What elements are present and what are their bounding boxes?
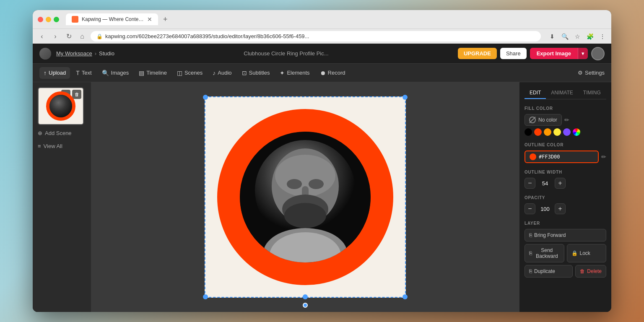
maximize-button[interactable]: [54, 17, 59, 22]
forward-button[interactable]: ›: [49, 31, 61, 42]
opacity-stepper: − 100 +: [525, 203, 606, 214]
audio-button[interactable]: ♪ Audio: [208, 67, 236, 79]
close-button[interactable]: [38, 17, 43, 22]
text-button[interactable]: T Text: [72, 67, 96, 79]
lock-label: Lock: [580, 250, 590, 256]
home-button[interactable]: ⌂: [76, 31, 88, 42]
opacity-label: OPACITY: [525, 195, 606, 200]
more-icon[interactable]: ⋮: [597, 31, 608, 42]
record-icon: ⏺: [320, 70, 326, 76]
bring-forward-button[interactable]: ⎘ Bring Forward: [525, 229, 606, 242]
swatch-orange[interactable]: [544, 128, 551, 136]
breadcrumb-separator: ›: [95, 50, 96, 57]
workspace-logo: [39, 48, 51, 60]
scene-thumbnail[interactable]: ⎘ 🗑: [38, 87, 84, 125]
swatch-rainbow[interactable]: [573, 128, 580, 136]
elements-button[interactable]: ✦ Elements: [275, 67, 314, 79]
fill-color-pencil-icon[interactable]: ✏: [564, 117, 569, 123]
tab-edit[interactable]: EDIT: [525, 87, 546, 99]
audio-label: Audio: [218, 70, 231, 76]
chrome-bar: Kapwing — Where Content Cre... ✕ +: [33, 10, 611, 29]
opacity-minus-button[interactable]: −: [525, 203, 535, 214]
images-label: Images: [111, 70, 129, 76]
minimize-button[interactable]: [46, 17, 51, 22]
upload-button[interactable]: ↑ Upload: [39, 67, 70, 79]
export-image-button[interactable]: Export Image: [530, 48, 578, 59]
user-avatar[interactable]: [591, 47, 605, 60]
upload-label: Upload: [49, 70, 66, 76]
subtitles-label: Subtitles: [249, 70, 270, 76]
profile-outer-ring: [217, 109, 393, 285]
opacity-section: OPACITY − 100 +: [525, 195, 606, 214]
no-color-button[interactable]: No color: [525, 114, 562, 126]
settings-button[interactable]: ⚙ Settings: [578, 70, 605, 76]
traffic-lights: [38, 17, 59, 22]
bring-forward-icon: ⎘: [529, 232, 532, 238]
outline-color-row: #FF3D00 ✏: [525, 151, 606, 163]
active-tab[interactable]: Kapwing — Where Content Cre... ✕: [66, 13, 158, 25]
send-backward-label: Send Backward: [534, 247, 560, 259]
outline-width-stepper: − 54 +: [525, 178, 606, 189]
add-scene-button[interactable]: ⊕ Add Scene: [38, 128, 86, 138]
outline-pencil-icon[interactable]: ✏: [601, 153, 606, 160]
upgrade-button[interactable]: UPGRADE: [458, 48, 497, 59]
record-button[interactable]: ⏺ Record: [316, 67, 350, 79]
svg-point-8: [284, 203, 326, 228]
lock-icon: 🔒: [571, 250, 578, 256]
upload-icon: ↑: [44, 70, 47, 76]
nav-buttons: ‹ › ↻ ⌂: [36, 31, 88, 42]
share-button[interactable]: Share: [500, 48, 527, 59]
star-icon[interactable]: ☆: [572, 31, 583, 42]
extension-icon[interactable]: 🧩: [584, 31, 595, 42]
svg-point-4: [287, 179, 302, 189]
export-button-group: Export Image ▾: [530, 48, 588, 59]
layer-buttons: ⎘ Bring Forward ⎘ Send Backward 🔒: [525, 229, 606, 278]
swatch-red[interactable]: [534, 128, 542, 136]
delete-label: Delete: [587, 268, 602, 274]
no-color-label: No color: [538, 117, 557, 123]
bring-forward-label: Bring Forward: [534, 232, 566, 238]
refresh-button[interactable]: ↻: [63, 31, 75, 42]
layer-section: LAYER ⎘ Bring Forward ⎘ Send Backward: [525, 221, 606, 278]
export-dropdown-button[interactable]: ▾: [578, 48, 588, 59]
outline-color-box[interactable]: #FF3D00: [525, 151, 599, 163]
face-graphic: [240, 132, 371, 262]
fill-color-swatches: [525, 128, 606, 136]
scenes-button[interactable]: ◫ Scenes: [173, 67, 207, 79]
outline-width-minus-button[interactable]: −: [525, 178, 535, 189]
mini-outer-circle: [46, 91, 75, 121]
tab-timing[interactable]: TIMING: [578, 87, 606, 99]
images-button[interactable]: 🔍 Images: [98, 67, 133, 79]
workspace-logo-inner: [39, 48, 51, 60]
swatch-yellow[interactable]: [553, 128, 561, 136]
subtitles-button[interactable]: ⊡ Subtitles: [238, 67, 274, 79]
tab-close-icon[interactable]: ✕: [147, 16, 152, 23]
outline-width-plus-button[interactable]: +: [555, 178, 566, 189]
tab-title: Kapwing — Where Content Cre...: [82, 16, 144, 22]
no-color-icon: [529, 117, 536, 123]
view-all-icon: ≡: [38, 143, 41, 149]
fill-color-row: No color ✏: [525, 114, 606, 126]
new-tab-button[interactable]: +: [160, 15, 171, 24]
settings-label: Settings: [585, 70, 605, 76]
timeline-button[interactable]: ▤ Timeline: [135, 67, 171, 79]
no-color-line: [529, 117, 536, 123]
opacity-plus-button[interactable]: +: [555, 203, 566, 214]
workspace-link[interactable]: My Workspace: [56, 50, 92, 57]
send-backward-button[interactable]: ⎘ Send Backward: [525, 244, 564, 262]
duplicate-icon: ⎘: [529, 268, 532, 274]
tab-animate[interactable]: ANIMATE: [546, 87, 578, 99]
back-button[interactable]: ‹: [36, 31, 48, 42]
search-icon[interactable]: 🔍: [559, 31, 570, 42]
download-icon[interactable]: ⬇: [547, 31, 558, 42]
lock-button[interactable]: 🔒 Lock: [567, 244, 607, 262]
canvas-area[interactable]: [91, 82, 519, 312]
swatch-purple[interactable]: [563, 128, 571, 136]
rotate-handle[interactable]: [303, 303, 308, 308]
swatch-black[interactable]: [525, 128, 532, 136]
view-all-button[interactable]: ≡ View All: [38, 141, 86, 151]
delete-button[interactable]: 🗑 Delete: [575, 265, 606, 278]
duplicate-button[interactable]: ⎘ Duplicate: [525, 265, 573, 278]
address-bar[interactable]: 🔒 kapwing.com/602bee2273e684007a688395/s…: [91, 31, 541, 42]
scenes-label: Scenes: [184, 70, 203, 76]
